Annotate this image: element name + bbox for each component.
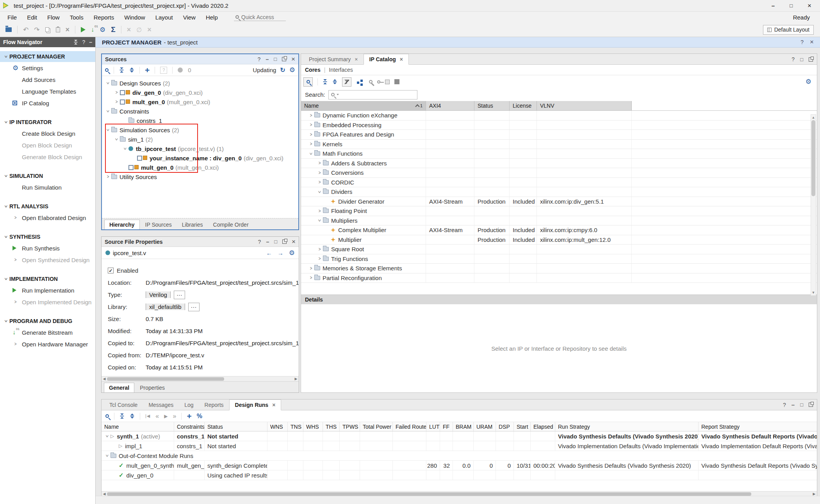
tree-row[interactable]: mult_gen_0(mult_gen_0.xci) bbox=[102, 97, 298, 106]
tree-row[interactable]: constrs_1 bbox=[102, 116, 298, 125]
column-status[interactable]: Status bbox=[474, 101, 510, 110]
tree-row[interactable]: tb_ipcore_test(ipcore_test.v) (1) bbox=[102, 144, 298, 153]
minimize-button[interactable] bbox=[772, 2, 775, 10]
collapse-all-icon[interactable] bbox=[119, 67, 124, 73]
subtab-cores[interactable]: Cores bbox=[305, 67, 321, 73]
section-synthesis[interactable]: SYNTHESIS bbox=[0, 231, 95, 242]
maximize-icon[interactable] bbox=[274, 56, 277, 62]
chevron-down-icon[interactable] bbox=[104, 433, 111, 439]
help-icon[interactable] bbox=[783, 402, 786, 408]
section-simulation[interactable]: SIMULATION bbox=[0, 170, 95, 181]
minimize-icon[interactable] bbox=[791, 401, 795, 408]
paste-icon[interactable] bbox=[56, 27, 60, 32]
chevron-down-icon[interactable] bbox=[122, 146, 128, 151]
redo-icon[interactable] bbox=[34, 26, 39, 34]
tab-reports[interactable]: Reports bbox=[199, 400, 229, 410]
ip-row[interactable]: Dynamic Function eXchange bbox=[301, 111, 817, 121]
chevron-right-icon[interactable] bbox=[317, 256, 323, 261]
nav-add-sources[interactable]: Add Sources bbox=[0, 74, 95, 85]
chevron-down-icon[interactable] bbox=[3, 119, 9, 125]
maximize-icon[interactable] bbox=[800, 402, 803, 408]
chevron-right-icon[interactable] bbox=[114, 90, 120, 95]
close-icon[interactable]: × bbox=[400, 56, 403, 62]
ip-search-input[interactable] bbox=[341, 92, 415, 98]
chevron-down-icon[interactable] bbox=[3, 204, 9, 209]
ip-row[interactable]: Square Root bbox=[301, 245, 817, 254]
tab-hierarchy[interactable]: Hierarchy bbox=[104, 220, 140, 229]
filter-off-button[interactable] bbox=[342, 77, 351, 87]
maximize-icon[interactable] bbox=[800, 57, 803, 62]
nav-ip-catalog[interactable]: IP Catalog bbox=[0, 97, 95, 109]
column-axi4[interactable]: AXI4 bbox=[426, 101, 474, 110]
menu-help[interactable]: Help bbox=[201, 14, 223, 21]
tab-compile-order[interactable]: Compile Order bbox=[209, 220, 253, 229]
menu-reports[interactable]: Reports bbox=[89, 14, 119, 21]
minimize-icon[interactable] bbox=[266, 56, 269, 62]
ip-row[interactable]: Dividers bbox=[301, 187, 817, 197]
section-ip-integrator[interactable]: IP INTEGRATOR bbox=[0, 117, 95, 128]
scroll-right-icon[interactable]: ▶ bbox=[293, 377, 299, 381]
tab-project-summary[interactable]: Project Summary× bbox=[303, 54, 364, 64]
horizontal-scrollbar[interactable]: ◀ ▶ bbox=[102, 376, 299, 381]
add-sources-icon[interactable] bbox=[145, 66, 150, 75]
column-name[interactable]: Name1 bbox=[301, 101, 426, 110]
subtab-interfaces[interactable]: Interfaces bbox=[329, 67, 353, 73]
tree-row[interactable]: Simulation Sources(2) bbox=[102, 125, 298, 135]
tab-log[interactable]: Log bbox=[179, 400, 199, 410]
chevron-right-icon[interactable] bbox=[317, 179, 323, 185]
quick-access-box[interactable] bbox=[234, 14, 286, 21]
chevron-down-icon[interactable] bbox=[114, 137, 120, 142]
close-button[interactable] bbox=[808, 2, 811, 10]
tree-row[interactable]: your_instance_name : div_gen_0(div_gen_0… bbox=[102, 153, 298, 163]
tree-row[interactable]: Design Sources(2) bbox=[102, 78, 298, 88]
settings-gear-icon[interactable] bbox=[100, 26, 105, 34]
collapse-all-icon[interactable] bbox=[73, 40, 78, 44]
section-program-and-debug[interactable]: PROGRAM AND DEBUG bbox=[0, 316, 95, 327]
forward-icon[interactable] bbox=[278, 250, 283, 256]
nav-settings[interactable]: Settings bbox=[0, 62, 95, 74]
chevron-right-icon[interactable] bbox=[308, 266, 314, 271]
tab-ip-catalog[interactable]: IP Catalog× bbox=[364, 54, 409, 65]
nav-run-simulation[interactable]: Run Simulation bbox=[0, 181, 95, 193]
menu-view[interactable]: View bbox=[178, 14, 201, 21]
chevron-right-icon[interactable] bbox=[308, 132, 314, 137]
tab-general[interactable]: General bbox=[104, 383, 134, 392]
ip-row[interactable]: Conversions bbox=[301, 168, 817, 178]
help-icon[interactable] bbox=[82, 39, 85, 45]
chevron-down-icon[interactable] bbox=[317, 189, 323, 195]
create-run-icon[interactable] bbox=[187, 412, 191, 421]
chevron-down-icon[interactable] bbox=[105, 108, 111, 114]
nav-open-hardware-manager[interactable]: Open Hardware Manager bbox=[0, 338, 95, 350]
tab-tcl-console[interactable]: Tcl Console bbox=[104, 400, 143, 410]
ip-row[interactable]: Floating Point bbox=[301, 206, 817, 216]
maximize-icon[interactable] bbox=[274, 239, 277, 245]
search-button[interactable] bbox=[303, 77, 313, 87]
section-implementation[interactable]: IMPLEMENTATION bbox=[0, 273, 95, 284]
generate-bitstream-icon[interactable] bbox=[91, 26, 94, 33]
search-icon[interactable] bbox=[105, 68, 109, 72]
ip-row[interactable]: Partial Reconfiguration bbox=[301, 273, 817, 283]
help-icon[interactable] bbox=[258, 239, 261, 245]
scrollbar-thumb[interactable] bbox=[107, 377, 224, 381]
type-browse-button[interactable]: ··· bbox=[174, 291, 185, 299]
ip-row[interactable]: Memories & Storage Elements bbox=[301, 264, 817, 273]
open-project-icon[interactable] bbox=[5, 27, 12, 32]
chevron-down-icon[interactable] bbox=[308, 151, 314, 156]
chevron-right-icon[interactable] bbox=[308, 275, 314, 280]
gear-icon[interactable] bbox=[289, 66, 295, 74]
ip-row[interactable]: FPGA Features and Design bbox=[301, 130, 817, 140]
scroll-left-icon[interactable]: ◀ bbox=[102, 377, 107, 381]
scrollbar-thumb[interactable] bbox=[811, 120, 815, 196]
close-icon[interactable]: × bbox=[355, 56, 358, 62]
nav-run-synthesis[interactable]: Run Synthesis bbox=[0, 242, 95, 254]
tab-design-runs[interactable]: Design Runs× bbox=[229, 399, 282, 410]
enabled-checkbox[interactable] bbox=[108, 268, 114, 273]
ip-row[interactable]: Divider GeneratorAXI4-StreamProductionIn… bbox=[301, 197, 817, 207]
search-icon[interactable] bbox=[105, 414, 109, 418]
chevron-down-icon[interactable] bbox=[104, 453, 111, 458]
collapse-all-icon[interactable] bbox=[323, 79, 328, 84]
close-icon[interactable] bbox=[291, 55, 295, 63]
tab-properties[interactable]: Properties bbox=[135, 383, 169, 392]
nav-create-block-design[interactable]: Create Block Design bbox=[0, 128, 95, 139]
ip-row[interactable]: Adders & Subtracters bbox=[301, 159, 817, 169]
